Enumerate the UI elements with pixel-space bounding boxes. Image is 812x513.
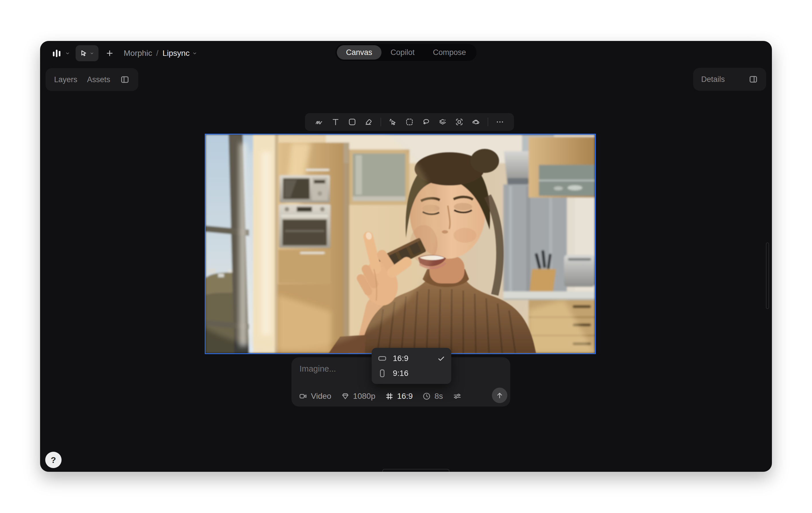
orbit-3d-tool-icon — [471, 118, 480, 126]
frame-ratio-icon — [385, 392, 394, 400]
chevron-down-icon — [65, 50, 70, 56]
marquee-select-tool-icon — [405, 118, 414, 126]
submit-button[interactable] — [492, 388, 508, 403]
header-left: Morphic / Lipsync — [50, 45, 198, 62]
kitchen-photo-illustration — [206, 134, 595, 353]
cursor-tool-button[interactable] — [76, 45, 98, 61]
duration-option[interactable]: 8s — [422, 392, 443, 401]
breadcrumb-project[interactable]: Lipsync — [162, 49, 198, 58]
panel-left-toggle-button[interactable] — [120, 75, 130, 85]
details-button[interactable]: Details — [701, 75, 725, 84]
lasso-tool-button[interactable] — [418, 113, 434, 131]
video-camera-icon — [299, 392, 308, 400]
magic-select-tool-icon — [388, 118, 397, 126]
panel-left-icon — [120, 75, 130, 85]
menu-item-label: 9:16 — [393, 369, 409, 378]
tab-copilot[interactable]: Copilot — [381, 45, 424, 60]
more-tools-button[interactable] — [492, 113, 508, 131]
layers-generate-tool-icon — [438, 118, 447, 126]
right-panel-toggle: Details — [693, 68, 766, 91]
help-label: ? — [51, 455, 56, 465]
chevron-down-icon — [89, 51, 94, 56]
magic-select-tool-button[interactable] — [384, 113, 401, 131]
eraser-tool-icon — [365, 118, 373, 126]
aspect-ratio-menu: 16:9 9:16 — [372, 348, 451, 384]
marquee-select-tool-button[interactable] — [401, 113, 418, 131]
arrow-up-icon — [495, 391, 504, 400]
plus-icon — [105, 49, 114, 58]
app-window: Morphic / Lipsync Canvas Copilot Compose… — [40, 41, 772, 472]
draw-tool-button[interactable] — [311, 113, 327, 131]
menu-item-16-9[interactable]: 16:9 — [372, 351, 451, 366]
breadcrumb: Morphic / Lipsync — [124, 49, 198, 58]
help-button[interactable]: ? — [45, 452, 62, 468]
draw-tool-icon — [315, 118, 323, 126]
resolution-option[interactable]: 1080p — [341, 392, 375, 401]
horizontal-scrollbar[interactable] — [382, 469, 450, 472]
gem-icon — [341, 392, 350, 400]
prompt-options: Video 1080p 16:9 8s — [299, 392, 462, 401]
more-tools-icon — [496, 118, 504, 126]
panel-right-icon — [749, 74, 758, 84]
resolution-label: 1080p — [353, 392, 375, 401]
frame-crop-tool-icon — [455, 118, 464, 126]
breadcrumb-separator: / — [156, 49, 158, 58]
orbit-3d-tool-button[interactable] — [468, 113, 484, 131]
add-button[interactable] — [103, 45, 117, 61]
eraser-tool-button[interactable] — [360, 113, 377, 131]
tab-compose[interactable]: Compose — [424, 45, 475, 60]
layers-button[interactable]: Layers — [54, 75, 77, 84]
clock-icon — [422, 392, 431, 400]
output-type-option[interactable]: Video — [299, 392, 331, 401]
check-icon — [437, 354, 445, 363]
text-tool-icon — [331, 118, 340, 126]
generation-settings-button[interactable] — [453, 392, 462, 401]
breadcrumb-project-label: Lipsync — [162, 49, 190, 58]
toolbar-divider — [380, 118, 381, 126]
text-tool-button[interactable] — [327, 113, 344, 131]
canvas-selected-image[interactable] — [206, 134, 595, 353]
assets-button[interactable]: Assets — [87, 75, 110, 84]
aspect-ratio-option[interactable]: 16:9 — [385, 392, 413, 401]
lasso-tool-icon — [422, 118, 430, 126]
menu-item-label: 16:9 — [393, 354, 409, 363]
layers-generate-tool-button[interactable] — [434, 113, 451, 131]
canvas-toolbar — [305, 113, 514, 131]
left-panel-toggle: Layers Assets — [46, 68, 138, 91]
app-menu-button[interactable] — [50, 46, 71, 61]
chevron-down-icon — [192, 50, 198, 56]
tab-canvas[interactable]: Canvas — [337, 45, 381, 60]
frame-crop-tool-button[interactable] — [451, 113, 468, 131]
toolbar-divider — [488, 118, 488, 126]
shape-tool-button[interactable] — [344, 113, 360, 131]
cursor-arrow-icon — [80, 49, 88, 57]
vertical-scrollbar[interactable] — [766, 242, 769, 309]
menu-item-9-16[interactable]: 9:16 — [372, 366, 451, 381]
morphic-logo-icon — [51, 48, 62, 59]
sliders-icon — [453, 392, 462, 401]
breadcrumb-app[interactable]: Morphic — [124, 49, 152, 58]
duration-label: 8s — [434, 392, 443, 401]
landscape-ratio-icon — [377, 354, 387, 363]
mode-tabs: Canvas Copilot Compose — [335, 44, 476, 61]
shape-tool-icon — [348, 118, 356, 126]
portrait-ratio-icon — [377, 368, 387, 378]
output-type-label: Video — [311, 392, 331, 401]
panel-right-toggle-button[interactable] — [749, 74, 758, 84]
aspect-ratio-label: 16:9 — [397, 392, 413, 401]
